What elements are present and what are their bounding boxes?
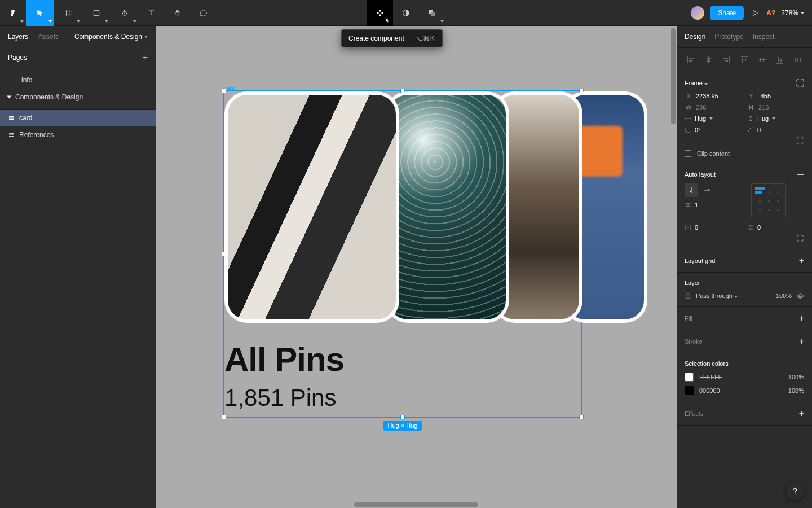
add-layoutgrid-button[interactable]: + bbox=[799, 256, 804, 265]
vresize-field[interactable]: Hug bbox=[747, 115, 804, 122]
rotation-field[interactable]: 0° bbox=[685, 126, 742, 133]
hand-icon bbox=[173, 8, 182, 17]
color-pct: 100% bbox=[788, 374, 804, 380]
file-dropdown[interactable]: Components & Design bbox=[74, 33, 148, 41]
tab-design[interactable]: Design bbox=[685, 33, 705, 41]
tab-inspect[interactable]: Inspect bbox=[753, 33, 775, 41]
hand-tool-button[interactable] bbox=[165, 0, 191, 26]
top-toolbar: Share A? 278% bbox=[0, 0, 812, 26]
vertical-scrollbar[interactable] bbox=[671, 28, 676, 124]
mask-icon bbox=[401, 8, 411, 17]
help-button[interactable]: ? bbox=[786, 482, 804, 500]
w-field[interactable]: W236 bbox=[685, 104, 742, 111]
clip-label: Clip content bbox=[697, 150, 730, 157]
layer-section: Layer Pass through 100% bbox=[677, 273, 812, 307]
layer-item-card[interactable]: card bbox=[0, 110, 156, 126]
page-name: info bbox=[21, 76, 32, 84]
selection-color-row[interactable]: FFFFFF 100% bbox=[685, 373, 804, 382]
align-bottom-button[interactable] bbox=[774, 54, 786, 66]
independent-corners-button[interactable] bbox=[796, 137, 804, 144]
toolbar-right-group: Share A? 278% bbox=[691, 6, 812, 20]
pen-tool-button[interactable] bbox=[111, 0, 139, 26]
opacity-field[interactable]: 100% bbox=[776, 292, 792, 299]
move-tool-button[interactable] bbox=[26, 0, 54, 26]
visibility-icon[interactable] bbox=[796, 292, 804, 300]
resize-to-fit-icon[interactable] bbox=[796, 79, 804, 87]
page-item-info[interactable]: info bbox=[0, 72, 156, 89]
align-top-button[interactable] bbox=[738, 54, 751, 66]
frame-tool-button[interactable] bbox=[54, 0, 82, 26]
text-tool-button[interactable] bbox=[139, 0, 165, 26]
zoom-value: 278% bbox=[781, 9, 798, 17]
resize-handle-bl[interactable] bbox=[222, 415, 226, 419]
missing-fonts-indicator[interactable]: A? bbox=[766, 9, 775, 17]
autolayout-more-button[interactable]: ⋯ bbox=[791, 183, 804, 197]
user-avatar[interactable] bbox=[691, 6, 704, 20]
pad-h-icon bbox=[685, 224, 691, 231]
radius-field[interactable]: 0 bbox=[747, 126, 804, 133]
boolean-button[interactable] bbox=[419, 0, 445, 26]
remove-autolayout-button[interactable] bbox=[797, 174, 804, 175]
play-icon bbox=[751, 8, 760, 17]
create-component-button[interactable] bbox=[367, 0, 393, 26]
tooltip-label: Create component bbox=[348, 34, 404, 42]
color-swatch-white bbox=[685, 373, 694, 382]
horizontal-scrollbar[interactable] bbox=[354, 502, 478, 507]
resize-handle-b[interactable] bbox=[400, 415, 405, 419]
direction-horizontal-button[interactable] bbox=[700, 183, 714, 197]
cursor-small-icon bbox=[385, 17, 390, 23]
selection-color-row[interactable]: 000000 100% bbox=[685, 386, 804, 395]
blend-mode-dropdown[interactable]: Pass through bbox=[696, 292, 738, 299]
add-page-button[interactable]: + bbox=[143, 53, 148, 62]
align-right-button[interactable] bbox=[720, 54, 732, 66]
frame-section: Frame X2238.95 Y-455 W236 H215 Hug Hug 0… bbox=[677, 72, 812, 164]
layer-item-references[interactable]: References bbox=[0, 126, 156, 143]
align-vcenter-button[interactable] bbox=[756, 54, 769, 66]
add-fill-button[interactable]: + bbox=[799, 314, 804, 323]
comment-icon bbox=[199, 8, 208, 17]
frame-dropdown[interactable]: Frame bbox=[685, 80, 708, 86]
stroke-label: Stroke bbox=[685, 338, 703, 345]
alignment-row bbox=[677, 48, 812, 72]
zoom-dropdown[interactable]: 278% bbox=[781, 9, 804, 17]
autolayout-icon bbox=[8, 132, 15, 138]
share-button[interactable]: Share bbox=[710, 6, 744, 20]
align-hcenter-button[interactable] bbox=[703, 54, 715, 66]
fill-section: Fill + bbox=[677, 307, 812, 330]
align-more-button[interactable] bbox=[792, 54, 804, 66]
main-menu-button[interactable] bbox=[0, 0, 26, 26]
canvas-area[interactable]: card All Pins 1,851 Pins Hug × Hug bbox=[156, 26, 677, 508]
y-field[interactable]: Y-455 bbox=[747, 93, 804, 99]
h-field[interactable]: H215 bbox=[747, 104, 804, 111]
page-item-current[interactable]: Components & Design bbox=[0, 89, 156, 106]
resize-handle-br[interactable] bbox=[579, 415, 584, 419]
pad-v-field[interactable]: 0 bbox=[747, 224, 804, 231]
add-effect-button[interactable]: + bbox=[799, 409, 804, 418]
pad-h-field[interactable]: 0 bbox=[685, 224, 742, 231]
chevron-down-icon bbox=[7, 96, 12, 99]
mask-button[interactable] bbox=[393, 0, 419, 26]
comment-tool-button[interactable] bbox=[191, 0, 217, 26]
pages-section-header[interactable]: Pages + bbox=[0, 47, 156, 68]
independent-padding-button[interactable] bbox=[796, 234, 804, 242]
add-stroke-button[interactable]: + bbox=[799, 337, 804, 346]
align-left-button[interactable] bbox=[685, 54, 697, 66]
fill-label: Fill bbox=[685, 315, 692, 322]
tab-layers[interactable]: Layers bbox=[8, 33, 28, 41]
present-button[interactable] bbox=[749, 7, 761, 19]
x-field[interactable]: X2238.95 bbox=[685, 93, 742, 99]
hresize-field[interactable]: Hug bbox=[685, 115, 742, 122]
tab-assets[interactable]: Assets bbox=[38, 33, 59, 41]
layoutgrid-section: Layout grid + bbox=[677, 249, 812, 273]
union-icon bbox=[427, 8, 436, 17]
spacing-icon bbox=[685, 202, 691, 208]
resize-handle-tl[interactable] bbox=[222, 89, 226, 93]
clip-content-toggle[interactable]: Clip content bbox=[685, 150, 804, 157]
direction-vertical-button[interactable] bbox=[685, 183, 698, 197]
shape-tool-button[interactable] bbox=[82, 0, 111, 26]
tab-prototype[interactable]: Prototype bbox=[714, 33, 743, 41]
autolayout-icon bbox=[8, 115, 15, 121]
spacing-field[interactable]: 1 bbox=[685, 202, 714, 208]
svg-rect-3 bbox=[431, 12, 435, 16]
alignment-box[interactable] bbox=[751, 183, 786, 218]
